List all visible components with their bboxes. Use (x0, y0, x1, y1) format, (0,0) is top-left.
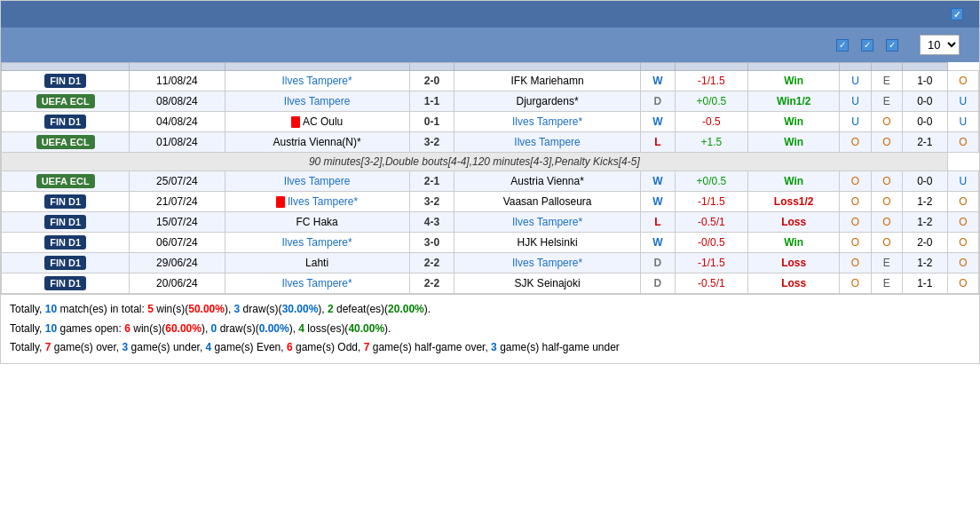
note-row: 90 minutes[3-2],Double bouts[4-4],120 mi… (2, 153, 948, 171)
red-card-icon (291, 116, 300, 128)
over-under-25: O (840, 171, 871, 192)
match-date: 25/07/24 (130, 171, 225, 192)
team2-name[interactable]: Ilves Tampere (514, 136, 580, 148)
match-score: 2-0 (409, 71, 454, 91)
match-badge: FIN D1 (2, 212, 130, 233)
team1-name[interactable]: Ilves Tampere (284, 175, 350, 187)
fincup-checkbox[interactable]: ✓ (861, 39, 873, 52)
team1-cell[interactable]: Ilves Tampere* (225, 273, 409, 294)
filter-uefaecl[interactable]: ✓ (886, 39, 902, 52)
filter-find1[interactable]: ✓ (836, 39, 852, 52)
team1-cell: Austria Vienna(N)* (225, 132, 409, 153)
halftime-score: 1-2 (902, 212, 947, 233)
over-under-25: O (840, 253, 871, 273)
halftime-score: 1-2 (902, 192, 947, 212)
team1-cell[interactable]: Ilves Tampere (225, 171, 409, 192)
team2-cell[interactable]: Ilves Tampere* (454, 253, 640, 273)
uefaecl-checkbox[interactable]: ✓ (886, 39, 898, 52)
team1-cell: FC Haka (225, 212, 409, 233)
odd-even: E (871, 253, 902, 273)
over-under-25: U (840, 112, 871, 132)
team1-cell[interactable]: Ilves Tampere* (225, 192, 409, 212)
team1-name[interactable]: Ilves Tampere (284, 95, 350, 107)
match-date: 01/08/24 (130, 132, 225, 153)
team1-name[interactable]: Ilves Tampere* (282, 75, 352, 87)
odd-even: O (871, 233, 902, 253)
team1-name[interactable]: Ilves Tampere* (282, 236, 352, 249)
team2-name: Djurgardens* (517, 95, 579, 107)
games-select[interactable]: 5 10 15 20 All (920, 35, 960, 55)
match-wdl: D (640, 91, 675, 112)
team1-cell: AC Oulu (225, 112, 409, 132)
match-date: 04/08/24 (130, 112, 225, 132)
team2-cell[interactable]: Ilves Tampere* (454, 212, 640, 233)
team2-cell: Djurgardens* (454, 91, 640, 112)
over-under-25: O (840, 132, 871, 153)
team2-cell: IFK Mariehamn (454, 71, 640, 91)
match-wdl: W (640, 112, 675, 132)
over-under-25: U (840, 91, 871, 112)
match-wdl: W (640, 71, 675, 91)
match-wdl: L (640, 132, 675, 153)
over-under-25: O (840, 212, 871, 233)
match-score: 4-3 (409, 212, 454, 233)
match-odds: Win (748, 171, 840, 192)
team2-name[interactable]: Ilves Tampere* (512, 216, 582, 228)
team2-name: Vaasan Palloseura (503, 195, 592, 208)
team2-cell: HJK Helsinki (454, 233, 640, 253)
match-wdl: W (640, 171, 675, 192)
col-odd-even (840, 63, 871, 71)
odd-even: E (871, 71, 902, 91)
team1-name[interactable]: Ilves Tampere* (282, 277, 352, 289)
match-badge: FIN D1 (2, 253, 130, 273)
col-date (130, 63, 225, 71)
team1-name: Austria Vienna(N)* (273, 136, 361, 148)
match-score: 3-2 (409, 192, 454, 212)
halftime-score: 0-0 (902, 171, 947, 192)
halftime-score: 1-0 (902, 71, 947, 91)
odd-even: O (871, 192, 902, 212)
over-under-075: O (947, 233, 978, 253)
match-odds: Win (748, 132, 840, 153)
over-under-075: O (947, 192, 978, 212)
over-under-25: U (840, 71, 871, 91)
display-notes-checkbox[interactable]: ✓ (951, 8, 963, 20)
team2-cell[interactable]: Ilves Tampere* (454, 112, 640, 132)
team2-name[interactable]: Ilves Tampere* (512, 115, 582, 128)
team1-cell[interactable]: Ilves Tampere (225, 91, 409, 112)
filter-fincup[interactable]: ✓ (861, 39, 877, 52)
match-score: 0-1 (409, 112, 454, 132)
over-under-075: U (947, 112, 978, 132)
halftime-score: 2-0 (902, 233, 947, 253)
team2-name: Austria Vienna* (510, 175, 584, 187)
find1-checkbox[interactable]: ✓ (836, 39, 849, 52)
team1-name[interactable]: Ilves Tampere* (288, 195, 358, 208)
team2-name[interactable]: Ilves Tampere* (512, 257, 582, 269)
match-score: 2-2 (409, 273, 454, 294)
footer-line3: Totally, 7 game(s) over, 3 game(s) under… (10, 338, 970, 358)
over-under-075: O (947, 273, 978, 294)
team2-name: HJK Helsinki (518, 236, 578, 249)
match-odds: Win1/2 (748, 91, 840, 112)
team2-cell[interactable]: Ilves Tampere (454, 132, 640, 153)
match-handicap: -1/1.5 (675, 192, 747, 212)
odd-even: O (871, 171, 902, 192)
col-over-under-25 (748, 63, 840, 71)
match-badge: UEFA ECL (2, 171, 130, 192)
col-team2 (454, 63, 640, 71)
odd-even: O (871, 132, 902, 153)
odd-even: O (871, 112, 902, 132)
match-odds: Loss (748, 253, 840, 273)
team1-cell[interactable]: Ilves Tampere* (225, 233, 409, 253)
col-team1 (225, 63, 409, 71)
halftime-score: 1-1 (902, 273, 947, 294)
col-result (409, 63, 454, 71)
match-date: 20/06/24 (130, 273, 225, 294)
over-under-075: O (947, 253, 978, 273)
match-odds: Loss1/2 (748, 192, 840, 212)
match-date: 06/07/24 (130, 233, 225, 253)
halftime-score: 0-0 (902, 91, 947, 112)
over-under-25: O (840, 192, 871, 212)
team1-cell[interactable]: Ilves Tampere* (225, 71, 409, 91)
match-score: 3-2 (409, 132, 454, 153)
